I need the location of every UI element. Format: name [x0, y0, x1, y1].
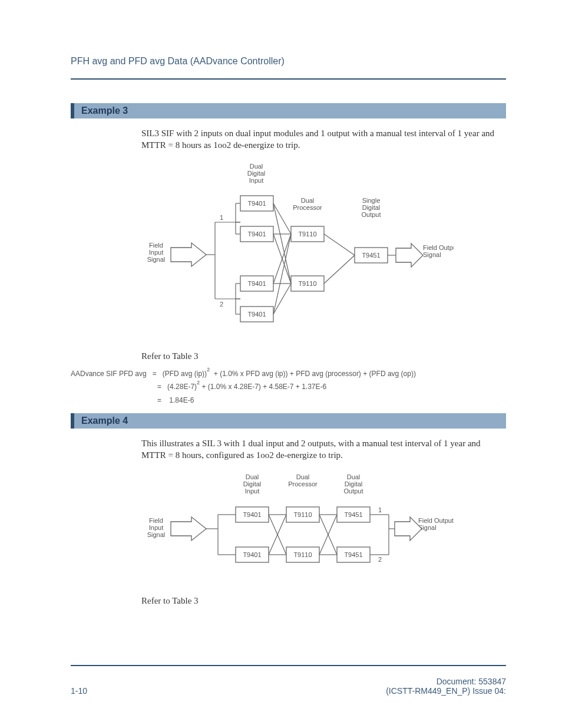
- example3-heading: Example 3: [71, 103, 506, 118]
- example4-diagram: DualDigitalInput DualProcessor DualDigit…: [71, 470, 506, 590]
- lbl-fis-2: Field: [149, 517, 163, 524]
- f-l2b: + (1.0% x 4.28E-7) + 4.58E-7 + 1.37E-6: [201, 383, 326, 391]
- svg-text:DualDigitalInput: DualDigitalInput: [247, 163, 265, 184]
- svg-line-23: [273, 203, 291, 234]
- box-t9110-a: T9110: [298, 230, 316, 238]
- lbl-fos-2: Field Output: [418, 517, 454, 524]
- svg-line-33: [324, 255, 355, 284]
- box-t9451-a: T9451: [362, 252, 380, 259]
- f-eq2: =: [157, 383, 161, 391]
- lbl-dp-1: Dual: [300, 197, 314, 204]
- f-l3: 1.84E-6: [169, 396, 194, 404]
- svg-text:Field OutputSignal: Field OutputSignal: [423, 244, 454, 258]
- box4-t9110-b: T9110: [293, 551, 312, 558]
- svg-line-24: [273, 203, 291, 284]
- box-t9401-2b: T9401: [247, 311, 266, 318]
- header-rule: [71, 78, 506, 80]
- svg-text:DualDigitalInput: DualDigitalInput: [243, 473, 261, 495]
- svg-text:Field OutputSignal: Field OutputSignal: [418, 517, 454, 531]
- lbl-ddi-2: Dual: [245, 473, 259, 480]
- f-eq1: =: [153, 370, 157, 378]
- box4-t9451-b: T9451: [344, 551, 362, 558]
- box4-t9451-a: T9451: [344, 511, 362, 518]
- header-title: PFH avg and PFD avg Data (AADvance Contr…: [71, 56, 506, 67]
- n1-a: 1: [220, 214, 223, 221]
- lbl-ddi-1: Dual: [249, 163, 263, 170]
- n2-a: 2: [220, 301, 223, 308]
- example3-refer: Refer to Table 3: [141, 351, 506, 361]
- f-lhs: AADvance SIF PFD avg: [71, 370, 147, 378]
- lbl-dp-2: Dual: [296, 473, 309, 480]
- svg-text:DualProcessor: DualProcessor: [293, 197, 322, 211]
- svg-line-29: [273, 234, 291, 314]
- svg-text:FieldInputSignal: FieldInputSignal: [147, 517, 165, 538]
- example4-heading: Example 4: [71, 413, 506, 429]
- footer-rule: [71, 665, 506, 666]
- box4-t9110-a: T9110: [293, 511, 312, 518]
- svg-text:DualDigitalOutput: DualDigitalOutput: [343, 473, 363, 495]
- lbl-fos-1: Field Output: [423, 244, 454, 251]
- footer-doc1: Document: 553847: [386, 677, 506, 686]
- svg-text:SingleDigitalOutput: SingleDigitalOutput: [361, 197, 381, 218]
- footer-doc2: (ICSTT-RM449_EN_P) Issue 04:: [386, 686, 506, 696]
- box-t9401-1b: T9401: [247, 230, 266, 238]
- lbl-ddo: Dual: [346, 473, 360, 480]
- n1-b: 1: [378, 506, 382, 513]
- box4-t9401-a: T9401: [243, 511, 261, 518]
- box-t9110-b: T9110: [298, 280, 316, 287]
- f-e2: 2: [197, 380, 200, 386]
- svg-line-30: [273, 284, 291, 314]
- box-t9401-2a: T9401: [247, 280, 266, 287]
- example3-formula: AADvance SIF PFD avg = (PFD avg (ip))2 +…: [71, 367, 506, 407]
- svg-text:DualProcessor: DualProcessor: [288, 473, 318, 487]
- f-l1b: + (1.0% x PFD avg (ip)) + PFD avg (proce…: [214, 370, 416, 378]
- f-l1a: (PFD avg (ip)): [163, 370, 207, 378]
- example3-body: SIL3 SIF with 2 inputs on dual input mod…: [141, 127, 500, 151]
- n2-b: 2: [378, 556, 382, 563]
- f-e1: 2: [207, 367, 210, 373]
- box4-t9401-b: T9401: [243, 551, 261, 558]
- svg-line-32: [324, 234, 355, 255]
- footer-page: 1-10: [71, 686, 87, 696]
- example4-body: This illustrates a SIL 3 with 1 dual inp…: [141, 437, 500, 462]
- arrow-left-1: [171, 243, 206, 266]
- lbl-fis-1: Field: [149, 242, 163, 249]
- svg-text:FieldInputSignal: FieldInputSignal: [147, 242, 165, 263]
- box-t9401-1a: T9401: [247, 200, 266, 207]
- lbl-sdo: Single: [362, 197, 380, 204]
- arrow-left-2: [171, 517, 206, 541]
- f-eq3: =: [157, 396, 161, 404]
- arrow-right-1: [396, 243, 423, 267]
- f-l2a: (4.28E-7): [167, 383, 197, 391]
- example3-diagram: DualDigitalInput DualProcessor SingleDig…: [71, 160, 506, 345]
- example4-refer: Refer to Table 3: [141, 596, 506, 606]
